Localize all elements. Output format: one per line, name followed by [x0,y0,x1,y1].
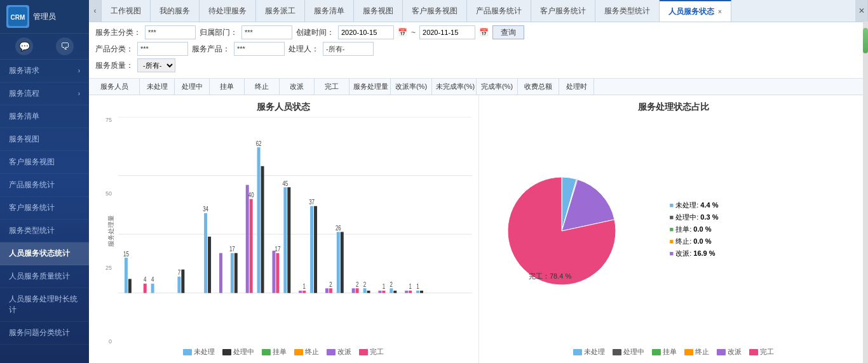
tab-item[interactable]: 人员服务状态× [660,0,731,22]
table-header-cell: 改派率(%) [391,79,432,95]
legend-color [613,349,621,355]
tab-item[interactable]: 我的服务 [151,0,200,22]
tab-item[interactable]: 待处理服务 [200,0,256,22]
pie-legend-item: 改派 [717,347,742,357]
app-logo: CRM [6,5,29,28]
scrollbar-thumb [863,28,868,53]
tab-close-all-btn[interactable]: ✕ [855,0,868,22]
bar [257,147,261,293]
bar [299,291,302,293]
table-header-cell: 处理时 [559,79,594,95]
tab-prev-btn[interactable]: ‹ [89,0,102,22]
svg-text:2: 2 [363,281,366,288]
bar [363,288,367,293]
bar [416,291,419,293]
legend-color [359,349,368,355]
dept-label: 归属部门： [200,27,238,38]
svg-text:4: 4 [144,276,146,283]
sidebar-item[interactable]: 人员服务处理时长统计 [0,288,89,322]
date-from-input[interactable] [338,25,394,39]
tab-item[interactable]: 工作视图 [102,0,151,22]
sidebar-item[interactable]: 客户服务统计 [0,197,89,220]
vertical-scrollbar[interactable] [863,22,868,363]
legend-color [717,349,726,355]
username: 管理员 [33,11,56,22]
message-icon[interactable]: 💬 [15,37,33,55]
service-main-cat-label: 服务主分类： [95,27,141,38]
tab-item[interactable]: 客户服务视图 [403,0,467,22]
y-ticks: 75 50 25 0 [105,117,112,345]
svg-text:62: 62 [256,140,262,147]
bar [261,166,264,293]
dept-input[interactable] [241,25,292,39]
svg-text:1: 1 [383,284,385,291]
date-to-input[interactable] [419,25,475,39]
handler-input[interactable] [323,42,374,56]
table-header-cell: 服务处理量 [349,79,391,95]
pie-chart-title: 服务处理状态占比 [485,102,862,113]
tab-close-btn[interactable]: × [718,8,722,15]
legend-color [262,349,271,355]
sidebar-item[interactable]: 客户服务视图 [0,151,89,174]
bar [250,199,253,293]
pie-label-item: ■ 改派: 16.9 % [670,249,719,258]
calendar-to-icon[interactable]: 📅 [479,28,489,37]
pie-label-item: ■ 处理中: 0.3 % [670,213,719,222]
calendar-from-icon[interactable]: 📅 [398,28,407,37]
bar [219,253,222,293]
svg-text:17: 17 [275,246,280,253]
bar [341,232,344,293]
bar-chart-legend: 未处理处理中挂单终止改派完工 [95,347,472,357]
product-cat-input[interactable] [137,42,188,56]
sidebar: CRM 管理员 💬 🗨 服务请求›服务流程›服务清单服务视图客户服务视图产品服务… [0,0,89,363]
sidebar-item[interactable]: 人员服务质量统计 [0,265,89,288]
service-product-label: 服务产品： [192,44,230,55]
query-button[interactable]: 查询 [492,25,524,39]
svg-text:1: 1 [302,284,305,291]
table-header-cell: 改派 [280,79,315,95]
sidebar-item[interactable]: 产品服务统计 [0,174,89,197]
legend-color [573,349,582,355]
tab-item[interactable]: 服务派工 [256,0,305,22]
tab-item[interactable]: 服务类型统计 [595,0,660,22]
tab-item[interactable]: 客户服务统计 [531,0,595,22]
service-quality-select[interactable]: -所有- [137,58,175,72]
tab-item[interactable]: 产品服务统计 [467,0,531,22]
pie-legend-item: 处理中 [613,347,644,357]
bar [246,185,249,293]
pie-chart-legend: 未处理处理中挂单终止改派完工 [485,347,862,357]
charts-area: 服务人员状态 服务处理量 75 50 25 0 [89,95,868,363]
pie-legend-item: 完工 [749,347,774,357]
bar [393,291,397,293]
table-header-cell: 完成率(%) [477,79,518,95]
svg-text:17: 17 [229,246,235,253]
svg-text:CRM: CRM [11,14,25,21]
sidebar-item[interactable]: 服务流程› [0,82,89,105]
bar [409,291,412,293]
legend-item: 未处理 [183,347,215,357]
sidebar-item[interactable]: 服务问题分类统计 [0,322,89,345]
tab-item[interactable]: 服务视图 [354,0,403,22]
service-main-cat-input[interactable] [145,25,196,39]
bar [181,270,184,293]
legend-item: 处理中 [222,347,254,357]
bar [302,291,306,293]
sidebar-item[interactable]: 服务类型统计 [0,220,89,242]
service-product-input[interactable] [234,42,285,56]
chat-icon[interactable]: 🗨 [56,37,74,55]
sidebar-item[interactable]: 服务请求› [0,60,89,82]
legend-item: 挂单 [262,347,287,357]
tab-bar: ‹ 工作视图我的服务待处理服务服务派工服务清单服务视图客户服务视图产品服务统计客… [89,0,868,22]
svg-text:4: 4 [151,276,154,283]
pie-chart-section: 服务处理状态占比 完工：78.4 % ■ 未处理: 4.4 %■ 处理中: 0.… [479,95,869,363]
bar-chart-title: 服务人员状态 [95,102,472,113]
sidebar-item[interactable]: 服务视图 [0,128,89,151]
sidebar-item[interactable]: 人员服务状态统计 [0,242,89,265]
pie-legend-item: 终止 [684,347,709,357]
bar [287,187,290,293]
tab-item[interactable]: 服务清单 [305,0,354,22]
sidebar-item[interactable]: 服务清单 [0,105,89,128]
svg-text:2: 2 [329,281,332,288]
svg-text:2: 2 [390,281,393,288]
legend-color [652,349,661,355]
